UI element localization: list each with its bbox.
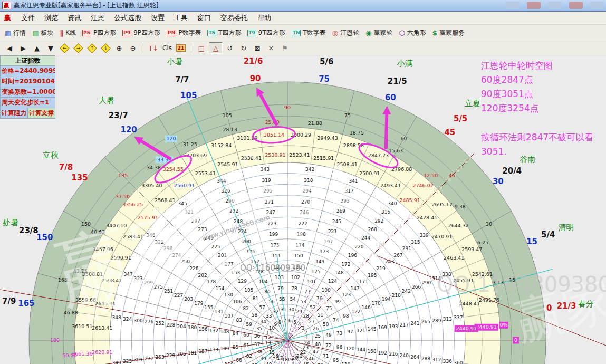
nav-down-icon[interactable]: ▼ <box>44 43 57 53</box>
menu-item-8[interactable]: 交易委托 <box>216 12 253 24</box>
quotes-button[interactable]: ▦行情 <box>2 27 30 39</box>
square-tool-icon[interactable]: □ <box>195 43 208 53</box>
degree-ring-label: 60 <box>400 136 407 141</box>
9p-square-button[interactable]: P99P四方形 <box>120 27 164 39</box>
spiral-number: 133 <box>209 347 218 352</box>
price-inner-ring-label: 2620.91 <box>92 349 112 355</box>
degree-ring-label: 135 <box>118 173 128 178</box>
drawing-toolbar: ◀▶▲▼←→↑↓⊕⊖T↓Cls21□△↺↻⊠✕⚑ <box>0 41 606 55</box>
kline-button[interactable]: ∥K线 <box>57 27 80 39</box>
toolbar-separator <box>191 43 191 53</box>
board-icon[interactable]: ⚑ <box>278 43 291 53</box>
spiral-number: 193 <box>389 324 398 329</box>
spiral-number: 120 <box>345 346 354 351</box>
service-button[interactable]: $赢家服务 <box>430 27 468 39</box>
zoom-in-icon[interactable]: ⊕ <box>113 43 126 53</box>
menu-item-4[interactable]: 公式选股 <box>109 12 146 24</box>
t-square-button[interactable]: TST四方形 <box>205 27 245 39</box>
pan-right-icon[interactable]: → <box>72 43 84 53</box>
zoom-out-icon[interactable]: ⊖ <box>127 43 139 53</box>
cls-button[interactable]: Cls <box>161 43 174 53</box>
menu-item-2[interactable]: 资讯 <box>63 12 86 24</box>
spiral-number: 204 <box>177 324 186 329</box>
spiral-number: 38 <box>256 349 263 355</box>
menu-item-1[interactable]: 浏览 <box>40 12 63 24</box>
annotation-line: 江恩轮中轮时空图 <box>481 59 593 73</box>
spiral-number: 110 <box>225 362 234 364</box>
9t-square-icon: T9 <box>247 30 256 36</box>
spiral-number: 242 <box>402 289 411 294</box>
price-outer-ring-label: 2593.47 <box>461 246 482 252</box>
spiral-number: 288 <box>421 356 430 361</box>
spiral-number: 157 <box>198 349 207 354</box>
gann-wheel-button[interactable]: ◎江恩轮 <box>330 27 363 39</box>
winner-wheel-button[interactable]: ◉赢家轮 <box>363 27 396 39</box>
9t-square-button[interactable]: T99T四方形 <box>245 27 288 39</box>
menu-item-3[interactable]: 江恩 <box>86 12 109 24</box>
triangle-tool-icon[interactable]: △ <box>209 42 223 54</box>
menu-item-5[interactable]: 设置 <box>146 12 169 24</box>
spiral-number: 144 <box>357 347 365 352</box>
spiral-number: 130 <box>224 292 233 298</box>
solar-term-label: 春分 <box>578 299 594 309</box>
outer-degree-label: 15 <box>526 237 537 246</box>
spiral-number: 46 <box>309 356 315 361</box>
spiral-number: 12 <box>265 335 271 340</box>
spiral-number: 100 <box>321 288 330 293</box>
outer-degree-label: 165 <box>18 299 34 308</box>
spiral-number: 53 <box>300 299 306 304</box>
pan-left-icon[interactable]: ← <box>58 43 71 53</box>
spiral-number: 339 <box>420 233 429 238</box>
instrument-name: 上证指数 <box>0 55 55 66</box>
titlebar-background-windows <box>506 2 604 9</box>
calc-resistance-button[interactable]: 计算阻力 <box>0 108 28 119</box>
date-label: 7/9 <box>2 296 16 306</box>
toolbar-label: T数字表 <box>303 28 325 37</box>
parameter-row-0: 价格=2440.9099 <box>0 66 55 76</box>
spiral-number: 30 <box>288 307 295 312</box>
calc-support-button[interactable]: 计算支撑 <box>28 108 55 119</box>
spiral-number: 313 <box>443 317 452 322</box>
p-table-button[interactable]: PNP数字表 <box>164 27 205 39</box>
spiral-number: 54 <box>290 296 296 302</box>
spiral-number: 50 <box>323 322 329 327</box>
outer-degree-label: 90 <box>250 74 261 83</box>
toolbar-label: T四方形 <box>218 28 241 37</box>
spiral-number: 253 <box>155 355 164 360</box>
pan-down-icon[interactable]: ↓ <box>99 43 112 53</box>
p-square-button[interactable]: PSP四方形 <box>80 27 120 39</box>
spiral-number: 26 <box>313 326 319 331</box>
spiral-number: 227 <box>174 293 183 298</box>
rotate-ccw-icon[interactable]: ↺ <box>224 43 236 53</box>
spiral-number: 119 <box>341 362 350 364</box>
spiral-number: 109 <box>220 346 229 351</box>
t-down-icon[interactable]: T↓ <box>147 43 160 53</box>
spiral-number: 181 <box>188 350 197 356</box>
spiral-number: 169 <box>378 325 387 330</box>
spiral-number: 205 <box>177 351 186 357</box>
menu-item-7[interactable]: 窗口 <box>193 12 216 24</box>
spiral-number: 195 <box>368 273 377 278</box>
menu-item-0[interactable]: 文件 <box>16 12 40 24</box>
pan-up-icon[interactable]: ↑ <box>85 43 98 53</box>
date-label: 5/4 <box>541 230 555 240</box>
winner-wheel-icon: ◉ <box>365 29 371 37</box>
collapse-icon[interactable]: ✕ <box>265 43 277 53</box>
box-x-icon[interactable]: ⊠ <box>251 43 264 53</box>
nav-right-icon[interactable]: ▶ <box>17 43 30 53</box>
menu-item-6[interactable]: 工具 <box>169 12 193 24</box>
rotate-cw-icon[interactable]: ↻ <box>237 43 250 53</box>
hexagon-button[interactable]: ⬡六角形 <box>396 27 429 39</box>
price-outer-ring-label: 2949.43 <box>317 135 338 141</box>
calendar-icon[interactable]: 21 <box>175 43 187 53</box>
toolbar-label: 板块 <box>41 28 54 37</box>
t-table-button[interactable]: TNT数字表 <box>289 27 330 39</box>
nav-left-icon[interactable]: ◀ <box>3 43 16 53</box>
spiral-number: 71 <box>323 353 329 359</box>
sectors-button[interactable]: ▦板块 <box>30 27 57 39</box>
spiral-number: 31 <box>281 307 286 312</box>
percent-ring-label: 18.75 <box>350 130 364 136</box>
spiral-number: 121 <box>357 328 365 333</box>
menu-item-9[interactable]: 帮助 <box>253 12 276 24</box>
nav-up-icon[interactable]: ▲ <box>31 43 43 53</box>
